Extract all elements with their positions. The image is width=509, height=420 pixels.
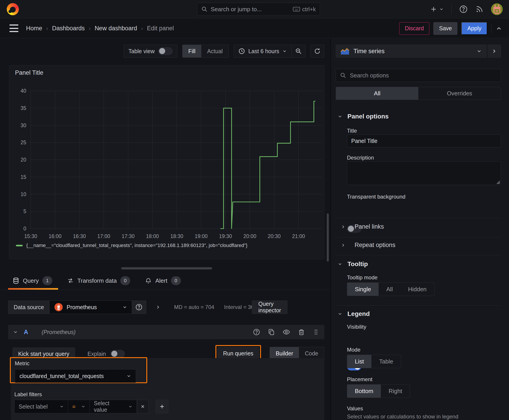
- panel-title-input[interactable]: Panel Title: [347, 134, 501, 147]
- section-divider: [336, 255, 501, 255]
- legend-section-header[interactable]: Legend: [338, 310, 370, 317]
- pane-resize-handle[interactable]: [121, 267, 212, 270]
- top-header-bar: Search or jump to... ctrl+k: [0, 0, 509, 18]
- svg-text:18:00: 18:00: [146, 233, 159, 239]
- duplicate-query-icon[interactable]: [268, 329, 275, 336]
- panel-options-section-header[interactable]: Panel options: [338, 113, 389, 120]
- collapse-up-icon[interactable]: [495, 25, 502, 32]
- metric-select[interactable]: cloudflared_tunnel_total_requests: [15, 369, 136, 383]
- table-view-toggle-group[interactable]: Table view: [124, 45, 177, 58]
- builder-option[interactable]: Builder: [270, 347, 299, 360]
- tab-transform-data[interactable]: Transform data 0: [67, 272, 130, 290]
- header-divider: [451, 4, 452, 14]
- collapse-options-button[interactable]: [487, 45, 501, 58]
- search-icon: [340, 72, 346, 79]
- query-ref-name[interactable]: A: [24, 329, 28, 336]
- panel-links-section-header[interactable]: Panel links: [341, 223, 384, 230]
- code-option[interactable]: Code: [299, 347, 324, 360]
- options-search-placeholder: Search options: [350, 72, 389, 79]
- breadcrumb-new-dashboard[interactable]: New dashboard: [95, 25, 137, 32]
- table-view-toggle[interactable]: [158, 47, 173, 55]
- tooltip-hidden-option[interactable]: Hidden: [400, 283, 434, 296]
- tab-query[interactable]: Query 1: [13, 272, 52, 290]
- explain-toggle[interactable]: [110, 350, 125, 358]
- hide-response-icon[interactable]: [282, 328, 290, 336]
- global-search-input[interactable]: Search or jump to... ctrl+k: [197, 3, 320, 16]
- svg-text:35: 35: [20, 105, 26, 111]
- add-new-button[interactable]: [430, 5, 444, 13]
- query-help-icon[interactable]: [253, 329, 260, 336]
- refresh-button[interactable]: [310, 45, 324, 58]
- apply-button[interactable]: Apply: [461, 22, 487, 35]
- chevron-right-icon: [491, 48, 497, 54]
- fill-option[interactable]: Fill: [182, 45, 201, 57]
- mode-list-option[interactable]: List: [347, 355, 372, 368]
- tab-overrides[interactable]: Overrides: [418, 87, 501, 100]
- menu-icon[interactable]: [9, 24, 18, 32]
- expand-row-icon[interactable]: [155, 304, 161, 310]
- explain-label: Explain: [88, 351, 106, 357]
- svg-text:18:30: 18:30: [170, 233, 183, 239]
- add-filter-button[interactable]: [156, 400, 168, 413]
- operator-dropdown[interactable]: =: [68, 400, 90, 413]
- panel-title-input-value: Panel Title: [351, 138, 378, 144]
- plus-icon: [159, 403, 165, 410]
- tabs-divider: [0, 290, 330, 290]
- svg-text:5: 5: [23, 209, 26, 214]
- options-search-input[interactable]: Search options: [336, 69, 501, 82]
- time-range-button[interactable]: Last 6 hours: [234, 45, 291, 57]
- placement-bottom-option[interactable]: Bottom: [347, 384, 381, 398]
- legend-series-swatch[interactable]: [16, 245, 23, 246]
- magnifier-minus-icon: [295, 48, 302, 54]
- visualization-select[interactable]: Time series: [336, 45, 486, 58]
- database-icon: [13, 277, 19, 284]
- description-textarea[interactable]: [347, 161, 501, 185]
- save-button[interactable]: Save: [433, 22, 457, 35]
- search-placeholder: Search or jump to...: [211, 6, 290, 13]
- select-value-dropdown[interactable]: Select value: [90, 400, 137, 413]
- discard-button[interactable]: Discard: [399, 22, 430, 35]
- tab-query-count: 1: [42, 276, 52, 285]
- news-button[interactable]: [475, 5, 483, 13]
- datasource-select[interactable]: Prometheus: [49, 300, 132, 314]
- tab-all[interactable]: All: [336, 87, 418, 100]
- breadcrumb-bar: Home › Dashboards › New dashboard › Edit…: [0, 19, 509, 38]
- breadcrumb-dashboards[interactable]: Dashboards: [52, 25, 85, 32]
- tooltip-section-header[interactable]: Tooltip: [338, 261, 368, 268]
- placement-right-option[interactable]: Right: [381, 384, 410, 398]
- run-queries-button[interactable]: Run queries: [218, 347, 259, 360]
- mode-table-option[interactable]: Table: [372, 355, 401, 368]
- refresh-icon: [314, 48, 321, 54]
- tooltip-mode-segmented: Single All Hidden: [347, 283, 434, 296]
- remove-query-icon[interactable]: [298, 329, 305, 336]
- repeat-options-section-header[interactable]: Repeat options: [341, 242, 395, 249]
- timeseries-chart[interactable]: 051015202530354015:3016:0016:3017:0017:3…: [9, 65, 324, 259]
- chevron-down-icon: [338, 262, 342, 267]
- tooltip-single-option[interactable]: Single: [347, 283, 379, 296]
- chevron-down-icon[interactable]: [13, 330, 18, 335]
- chevron-down-icon: [122, 305, 127, 310]
- datasource-help-button[interactable]: [132, 300, 146, 314]
- help-button[interactable]: [459, 5, 468, 14]
- breadcrumb-separator: ›: [89, 25, 91, 32]
- actual-option[interactable]: Actual: [201, 45, 228, 57]
- user-avatar[interactable]: [491, 3, 503, 15]
- tab-alert[interactable]: Alert 0: [145, 272, 181, 290]
- select-label-dropdown[interactable]: Select label: [14, 400, 68, 413]
- legend-series-label[interactable]: {__name__="cloudflared_tunnel_total_requ…: [26, 242, 248, 248]
- operator-value: =: [72, 403, 76, 410]
- breadcrumb-home[interactable]: Home: [26, 25, 42, 32]
- grafana-logo-icon[interactable]: [7, 3, 19, 15]
- chevron-down-icon: [81, 404, 85, 409]
- bell-icon: [145, 277, 152, 284]
- query-row-header[interactable]: A (Prometheus): [8, 325, 324, 339]
- metric-value: cloudflared_tunnel_total_requests: [20, 373, 104, 379]
- query-inspector-button[interactable]: Query inspector: [252, 300, 288, 314]
- drag-handle-icon[interactable]: [313, 329, 319, 335]
- vertical-scrollbar-thumb[interactable]: [327, 213, 329, 262]
- query-stats: MD = auto = 704 Interval = 30s: [174, 304, 257, 310]
- tooltip-all-option[interactable]: All: [379, 283, 400, 296]
- chevron-down-icon: [477, 48, 482, 54]
- zoom-out-button[interactable]: [291, 45, 305, 57]
- remove-filter-button[interactable]: [137, 400, 149, 413]
